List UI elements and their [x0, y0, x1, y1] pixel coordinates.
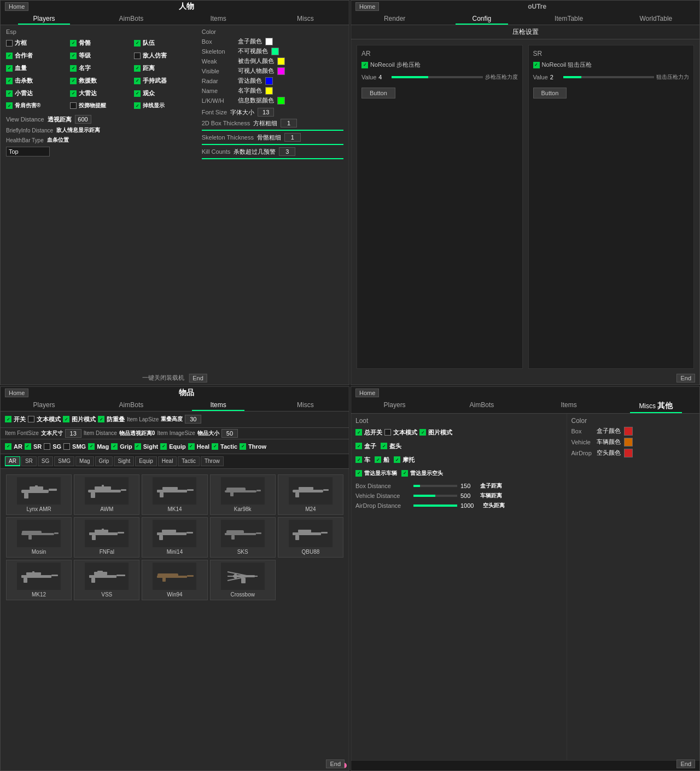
box-distance-bar[interactable]	[413, 485, 457, 487]
cb-ar[interactable]: AR	[5, 443, 22, 450]
tab-itemtable[interactable]: ItemTable	[526, 13, 612, 25]
tab-players-4[interactable]: Players	[351, 399, 438, 413]
item-mk12[interactable]: MK12	[6, 560, 72, 600]
cb-box-daleida[interactable]	[70, 90, 77, 97]
sr-config-button[interactable]: Button	[533, 88, 567, 98]
item-awm[interactable]: AWM	[74, 474, 139, 515]
loot-head[interactable]: 盔头	[381, 442, 401, 450]
tab-players-3[interactable]: Players	[1, 399, 88, 411]
cb-sight[interactable]: Sight	[135, 443, 159, 450]
cb-box-juli[interactable]	[134, 65, 141, 72]
cb-box-dengji[interactable]	[70, 53, 77, 59]
filter-sr[interactable]: SR	[21, 456, 37, 466]
cb-toushe[interactable]: 投掷物提醒	[70, 102, 131, 109]
home-button-2[interactable]: Home	[355, 2, 379, 11]
cb-juli[interactable]: 距离	[134, 64, 195, 72]
item-kar98k[interactable]: Kar98k	[210, 474, 276, 515]
item-mosin[interactable]: Mosin	[6, 517, 72, 558]
filter-smg[interactable]: SMG	[54, 456, 74, 466]
color-swatch-visible[interactable]	[277, 67, 285, 75]
sr-slider-track[interactable]	[563, 76, 654, 78]
cb-dengji[interactable]: 等级	[70, 51, 131, 60]
filter-heal[interactable]: Heal	[158, 456, 177, 466]
cb-guanzhong[interactable]: 观众	[134, 89, 195, 97]
loot-box[interactable]: 盒子	[355, 442, 376, 450]
items-text-mode-box[interactable]	[28, 416, 34, 422]
item-lynx-amr[interactable]: Lynx AMR	[6, 474, 72, 515]
tab-render[interactable]: Render	[351, 13, 438, 25]
item-vss[interactable]: VSS	[74, 560, 139, 600]
tab-config[interactable]: Config	[438, 13, 525, 25]
filter-tactic[interactable]: Tactic	[178, 456, 200, 466]
loot-boat[interactable]: 船	[375, 456, 389, 464]
sr-norecoil-checkbox[interactable]	[533, 62, 540, 68]
end-button-4[interactable]: End	[676, 760, 695, 768]
items-switch[interactable]: 开关	[5, 415, 26, 424]
cb-box-duiwu[interactable]	[134, 40, 141, 47]
cb-box-jiushu[interactable]	[70, 78, 77, 84]
cb-duiwu[interactable]: 队伍	[134, 39, 195, 47]
cb-mag[interactable]: Mag	[88, 443, 109, 450]
cb-box-toushe[interactable]	[70, 102, 77, 109]
cb-smg[interactable]: SMG	[63, 443, 86, 450]
cb-mingzi[interactable]: 名字	[70, 64, 131, 72]
cb-sg[interactable]: SG	[44, 443, 61, 450]
cb-box-diuxian[interactable]	[134, 102, 141, 109]
tab-items-4[interactable]: Items	[526, 399, 612, 413]
cb-daleida[interactable]: 大雷达	[70, 89, 131, 97]
cb-jishashu[interactable]: 击杀数	[6, 77, 67, 85]
cb-dishanghui[interactable]: 敌人仿害	[134, 51, 195, 60]
ar-config-button[interactable]: Button	[361, 88, 395, 98]
miscs-color-swatch-vehicle[interactable]	[624, 438, 633, 447]
cb-fangkuang[interactable]: 方框	[6, 39, 67, 47]
health-bar-input[interactable]	[6, 147, 50, 156]
item-crossbow[interactable]: Crossbow	[210, 560, 276, 600]
home-button-4[interactable]: Home	[355, 389, 379, 397]
items-image-mode[interactable]: 图片模式	[63, 415, 96, 424]
radar-air[interactable]: 雷达显示空头	[401, 469, 443, 477]
cb-xiaoleida[interactable]: 小雷达	[6, 89, 67, 97]
loot-car[interactable]: 车	[355, 456, 370, 464]
color-swatch-weak[interactable]	[277, 57, 285, 65]
airdrop-distance-bar[interactable]	[413, 505, 457, 507]
tab-miscs-3[interactable]: Miscs	[262, 399, 349, 411]
item-fnfal[interactable]: FNFal	[74, 517, 139, 558]
cb-box-mingzi[interactable]	[70, 65, 77, 72]
cb-box-guanzhong[interactable]	[134, 90, 141, 97]
home-button-1[interactable]: Home	[5, 2, 28, 11]
cb-sr[interactable]: SR	[25, 443, 42, 450]
item-mini14[interactable]: Mini14	[142, 517, 207, 558]
tab-aimbots-1[interactable]: AimBots	[88, 13, 174, 25]
cb-shouchiwuqi[interactable]: 手持武器	[134, 77, 195, 85]
cb-box-shouchiwuqi[interactable]	[134, 78, 141, 84]
item-mk14[interactable]: MK14	[142, 474, 207, 515]
cb-box-guishanshang[interactable]	[6, 102, 13, 109]
cb-diuxian[interactable]: 掉线显示	[134, 102, 195, 109]
home-button-3[interactable]: Home	[5, 389, 28, 397]
cb-box-xueliang[interactable]	[6, 65, 13, 72]
vehicle-distance-bar[interactable]	[413, 495, 457, 497]
cb-box-xiaoleida[interactable]	[6, 90, 13, 97]
end-button-1[interactable]: End	[189, 374, 207, 382]
color-swatch-radar[interactable]	[265, 77, 273, 85]
cb-guishanshang[interactable]: 骨肩伤害®	[6, 102, 67, 109]
tab-miscs-4[interactable]: Miscs 其他	[612, 399, 699, 413]
item-m24[interactable]: M24	[278, 474, 343, 515]
item-win94[interactable]: Win94	[142, 560, 207, 600]
miscs-color-swatch-airdrop[interactable]	[624, 449, 633, 457]
cb-box-dishanghui[interactable]	[134, 53, 141, 59]
items-text-mode[interactable]: 文本模式	[28, 415, 61, 424]
item-qbu88[interactable]: QBU88	[278, 517, 343, 558]
miscs-color-swatch-box[interactable]	[624, 427, 633, 436]
cb-jiushu[interactable]: 救援数	[70, 77, 131, 85]
tab-items-1[interactable]: Items	[175, 13, 262, 25]
tab-miscs-1[interactable]: Miscs	[262, 13, 349, 25]
filter-sight[interactable]: Sight	[114, 456, 134, 466]
color-swatch-lkwh[interactable]	[277, 97, 285, 105]
ar-slider-track[interactable]	[392, 76, 482, 78]
items-anti-repeat[interactable]: 防重叠	[98, 415, 125, 424]
cb-box-guluo[interactable]	[70, 40, 77, 47]
item-sks[interactable]: SKS	[210, 517, 276, 558]
loot-text-mode[interactable]: 文本模式	[384, 428, 417, 437]
filter-ar[interactable]: AR	[5, 456, 20, 466]
